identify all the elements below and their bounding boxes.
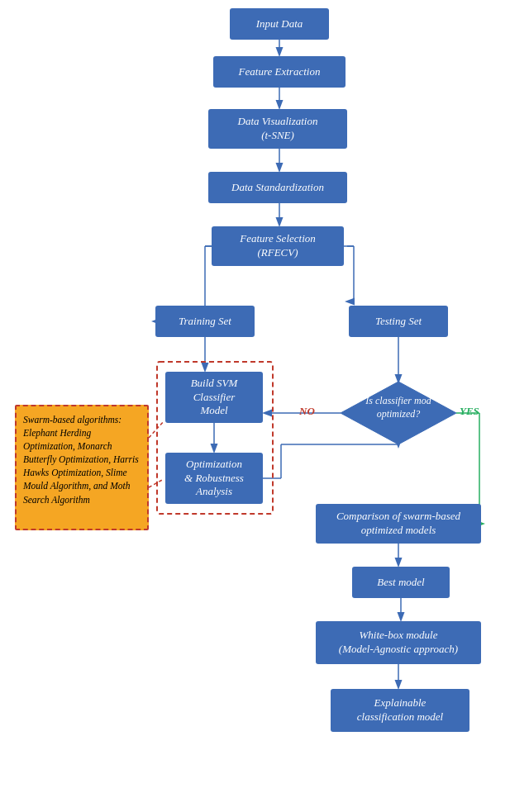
build-svm-box: Build SVMClassifierModel xyxy=(165,372,263,423)
best-model-box: Best model xyxy=(352,567,450,598)
white-box-module-box: White-box module(Model-Agnostic approach… xyxy=(316,621,481,664)
data-visualization-box: Data Visualization(t-SNE) xyxy=(208,109,347,149)
svg-marker-29 xyxy=(341,382,456,444)
training-set-box: Training Set xyxy=(155,306,255,337)
yes-label: YES xyxy=(460,405,479,418)
explainable-box: Explainableclassification model xyxy=(331,689,469,732)
swarm-algorithms-box: Swarm-based algorithms: Elephant Herding… xyxy=(15,405,149,530)
testing-set-box: Testing Set xyxy=(349,306,448,337)
optimization-box: Optimization& RobustnessAnalysis xyxy=(165,453,263,504)
no-label: NO xyxy=(299,405,315,418)
comparison-box: Comparison of swarm-basedoptimized model… xyxy=(316,504,481,544)
feature-extraction-box: Feature Extraction xyxy=(213,56,346,88)
flowchart-diagram: Input Data Feature Extraction Data Visua… xyxy=(0,0,529,812)
feature-selection-box: Feature Selection(RFECV) xyxy=(212,226,344,266)
data-standardization-box: Data Standardization xyxy=(208,172,347,203)
input-data-box: Input Data xyxy=(230,8,329,40)
